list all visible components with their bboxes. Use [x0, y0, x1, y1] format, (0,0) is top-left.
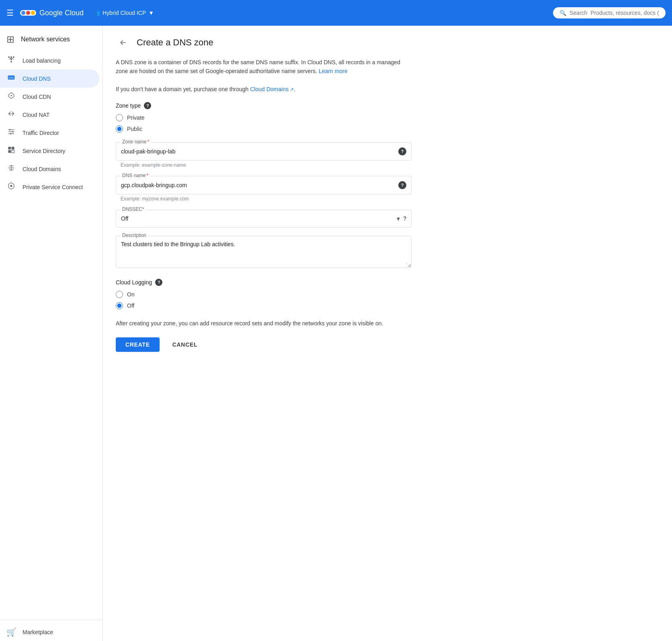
description-textarea[interactable]: Test clusters tied to the Bringup Lab ac…: [116, 236, 412, 268]
sidebar-item-service-directory[interactable]: Service Directory: [0, 142, 99, 160]
dnssec-dropdown-arrow-icon: ▾: [397, 215, 400, 223]
after-note: After creating your zone, you can add re…: [116, 319, 412, 328]
description-text-1: A DNS zone is a container of DNS records…: [116, 58, 412, 76]
search-input[interactable]: [570, 10, 659, 16]
svg-rect-19: [8, 147, 11, 150]
cloud-domains-link[interactable]: Cloud Domains ↗: [250, 86, 294, 92]
sidebar-header: ⊞ Network services: [0, 29, 102, 51]
svg-rect-8: [10, 61, 12, 62]
main-content: Create a DNS zone A DNS zone is a contai…: [103, 26, 424, 641]
sidebar-bottom: 🛒 Marketplace: [0, 620, 102, 641]
sidebar-item-label: Cloud CDN: [23, 94, 51, 100]
dnssec-select[interactable]: Off On Transfer: [121, 215, 397, 222]
load-balancing-icon: [6, 55, 16, 65]
description-text-2: If you don't have a domain yet, purchase…: [116, 85, 412, 94]
zone-type-private-option[interactable]: Private: [116, 114, 412, 121]
cloud-logging-label: Cloud Logging ?: [116, 279, 412, 286]
traffic-director-icon: [6, 128, 16, 138]
zone-name-input-row: ?: [116, 142, 412, 161]
svg-point-2: [26, 11, 30, 15]
svg-point-15: [10, 95, 12, 96]
sidebar-item-cloud-dns[interactable]: DNS Cloud DNS: [0, 69, 99, 88]
back-button[interactable]: [116, 35, 130, 50]
zone-type-radio-group: Private Public: [116, 114, 412, 133]
marketplace-icon: 🛒: [6, 627, 16, 637]
sidebar-item-load-balancing[interactable]: Load balancing: [0, 51, 99, 69]
svg-rect-5: [10, 57, 12, 58]
svg-rect-21: [8, 150, 11, 153]
sidebar-item-label: Cloud Domains: [23, 166, 61, 172]
zone-name-field: Zone name* ? Example: example-zone-name: [116, 142, 412, 168]
sidebar-item-marketplace[interactable]: 🛒 Marketplace: [0, 623, 99, 641]
description-label: Description: [121, 233, 148, 238]
svg-rect-6: [13, 57, 14, 58]
cloud-logging-on-option[interactable]: On: [116, 291, 412, 298]
dns-name-input-row: ?: [116, 176, 412, 194]
sidebar-item-cloud-cdn[interactable]: Cloud CDN: [0, 88, 99, 106]
project-selector[interactable]: 👥 Hybrid Cloud ICP ▼: [93, 10, 154, 16]
svg-rect-7: [10, 59, 12, 60]
private-service-connect-icon: [6, 182, 16, 192]
create-button[interactable]: CREATE: [116, 337, 160, 352]
sidebar-item-traffic-director[interactable]: Traffic Director: [0, 124, 99, 142]
cloud-logging-on-radio[interactable]: [116, 291, 123, 298]
external-link-icon: ↗: [289, 87, 294, 92]
logo: Google Cloud: [20, 8, 84, 18]
zone-type-private-radio[interactable]: [116, 114, 123, 121]
sidebar-item-cloud-nat[interactable]: Cloud NAT: [0, 106, 99, 124]
svg-point-3: [31, 11, 35, 15]
topbar: ☰ Google Cloud 👥 Hybrid Cloud ICP ▼ 🔍: [0, 0, 672, 26]
cloud-logging-off-option[interactable]: Off: [116, 302, 412, 309]
main-layout: ⊞ Network services Load balancing DNS Cl…: [0, 26, 672, 641]
zone-name-input[interactable]: [121, 148, 398, 155]
search-box[interactable]: 🔍: [553, 7, 666, 18]
dnssec-help-icon[interactable]: ?: [403, 215, 406, 222]
dnssec-label: DNSSEC*: [121, 206, 146, 212]
cloud-logging-section: Cloud Logging ? On Off: [116, 279, 412, 309]
svg-point-16: [9, 129, 10, 130]
cloud-cdn-icon: [6, 92, 16, 102]
cloud-logging-help-icon[interactable]: ?: [155, 279, 162, 286]
dns-name-input[interactable]: [121, 182, 398, 188]
zone-type-label: Zone type ?: [116, 102, 412, 109]
zone-name-hint: Example: example-zone-name: [116, 162, 412, 168]
svg-point-23: [10, 185, 12, 187]
sidebar-title: Network services: [21, 36, 70, 43]
cloud-dns-icon: DNS: [6, 73, 16, 84]
cloud-domains-icon: [6, 164, 16, 174]
zone-type-public-radio[interactable]: [116, 125, 123, 133]
cloud-nat-icon: [6, 110, 16, 120]
menu-icon[interactable]: ☰: [6, 8, 14, 18]
buttons-row: CREATE CANCEL: [116, 337, 412, 352]
zone-name-label: Zone name*: [121, 139, 151, 145]
svg-rect-4: [8, 57, 10, 58]
project-icon: 👥: [93, 10, 100, 16]
sidebar-item-private-service-connect[interactable]: Private Service Connect: [0, 178, 99, 196]
dnssec-field: DNSSEC* Off On Transfer ▾ ?: [116, 210, 412, 228]
zone-type-section: Zone type ? Private Public: [116, 102, 412, 133]
description-field: Description Test clusters tied to the Br…: [116, 236, 412, 269]
sidebar-item-label: Load balancing: [23, 57, 61, 64]
cloud-logging-off-radio[interactable]: [116, 302, 123, 309]
zone-type-help-icon[interactable]: ?: [144, 102, 151, 109]
project-name: Hybrid Cloud ICP: [102, 10, 146, 16]
svg-point-18: [10, 133, 11, 134]
page-title: Create a DNS zone: [137, 37, 213, 48]
description-block: A DNS zone is a container of DNS records…: [116, 58, 412, 94]
svg-text:DNS: DNS: [8, 76, 14, 79]
sidebar: ⊞ Network services Load balancing DNS Cl…: [0, 26, 103, 641]
sidebar-item-label: Service Directory: [23, 148, 66, 154]
svg-rect-22: [12, 150, 14, 153]
zone-name-help-icon[interactable]: ?: [398, 147, 406, 155]
google-cloud-logo-icon: [20, 8, 36, 18]
sidebar-item-label: Cloud NAT: [23, 112, 49, 118]
network-services-icon: ⊞: [6, 34, 14, 45]
sidebar-item-label: Traffic Director: [23, 130, 59, 136]
svg-point-1: [21, 11, 25, 15]
sidebar-item-cloud-domains[interactable]: Cloud Domains: [0, 160, 99, 178]
cancel-button[interactable]: CANCEL: [163, 337, 207, 352]
svg-rect-20: [12, 147, 14, 150]
zone-type-public-option[interactable]: Public: [116, 125, 412, 133]
dns-name-help-icon[interactable]: ?: [398, 181, 406, 189]
learn-more-link[interactable]: Learn more: [319, 68, 348, 74]
